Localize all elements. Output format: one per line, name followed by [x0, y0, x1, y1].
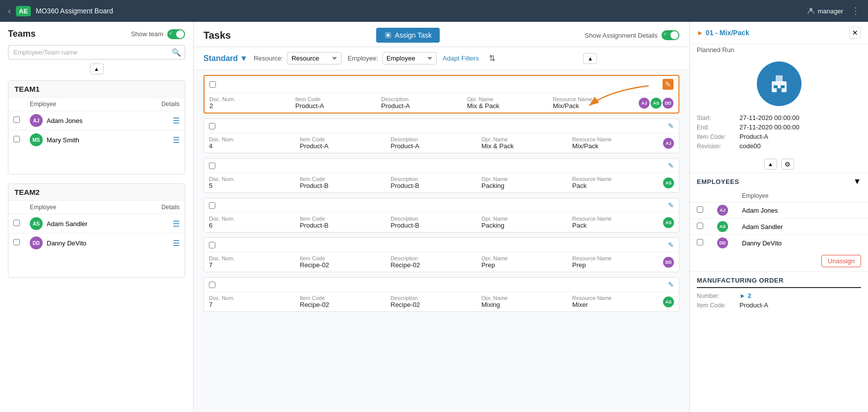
item-code-label: Item Code:: [697, 133, 736, 140]
svg-rect-4: [776, 75, 783, 82]
team2-table: Employee Details AS Adam Sandler ☰ DD: [8, 201, 185, 252]
task-edit-icon[interactable]: ✎: [668, 201, 674, 209]
assign-task-button[interactable]: Assign Task: [376, 28, 440, 43]
list-item: AJ Adam Jones: [690, 202, 868, 219]
task-checkbox[interactable]: [209, 81, 216, 88]
search-bar: 🔍: [8, 45, 185, 59]
member-checkbox[interactable]: [13, 220, 20, 226]
mfg-number-label: Number:: [697, 293, 736, 299]
mfg-item-value: Product-A: [739, 301, 768, 309]
list-item: AS Adam Sandler ☰: [8, 214, 185, 234]
team1-section: TEAM1 Employee Details AJ Adam Jones: [8, 80, 185, 175]
team1-col-employee: Employee: [25, 98, 135, 111]
grid-icon[interactable]: ⋮: [851, 5, 860, 16]
task-icon: [757, 61, 801, 106]
right-panel-close-button[interactable]: ✕: [849, 27, 861, 39]
task-checkbox[interactable]: [209, 163, 215, 169]
search-input[interactable]: [8, 45, 185, 59]
right-panel-title: ► 01 - Mix/Pack: [697, 29, 749, 37]
start-label: Start:: [697, 115, 736, 121]
center-top: Tasks Assign Task Show Assignment Detail…: [194, 22, 689, 47]
emp-checkbox[interactable]: [697, 206, 703, 213]
table-row: ✎ Doc. Num. 6 Item Code Product-B Descri…: [203, 198, 679, 233]
building-icon: [767, 71, 792, 96]
employees-header[interactable]: EMPLOYEES ▼: [690, 173, 868, 190]
list-item: DD Danny DeVito ☰: [8, 234, 185, 253]
tasks-scroll-area[interactable]: ✎ Doc. Num. 2 Item Code Product-A Descri…: [194, 70, 689, 412]
list-item: MS Mary Smith ☰: [8, 130, 185, 150]
task-checkbox[interactable]: [209, 282, 215, 288]
employee-name: Danny DeVito: [735, 235, 868, 251]
emp-checkbox[interactable]: [697, 223, 703, 229]
member-checkbox[interactable]: [13, 136, 20, 142]
table-row: ✎ Doc. Num. 7 Item Code Recipe-02 Descri…: [203, 277, 679, 312]
member-checkbox[interactable]: [13, 117, 20, 123]
user-info: manager: [807, 7, 843, 15]
list-item: DD Danny DeVito: [690, 235, 868, 251]
table-row: ✎ Doc. Num. 5 Item Code Product-B Descri…: [203, 158, 679, 193]
show-team-row: Show team: [131, 29, 185, 39]
team2-title: TEAM2: [8, 184, 185, 201]
task-edit-icon[interactable]: ✎: [668, 122, 674, 130]
standard-filter-button[interactable]: Standard ▼: [203, 54, 248, 63]
task-checkbox[interactable]: [209, 242, 215, 248]
mfg-number-value[interactable]: ► 2: [739, 292, 751, 299]
avatar: AS: [651, 98, 662, 109]
svg-rect-6: [781, 85, 785, 88]
show-assignment-label: Show Assignment Details: [585, 32, 658, 39]
mfg-item-label: Item Code:: [697, 302, 736, 309]
right-collapse-button[interactable]: ▲: [764, 159, 777, 170]
avatar: DD: [30, 236, 43, 249]
member-name: Danny DeVito: [47, 239, 86, 247]
back-button[interactable]: ‹: [8, 6, 11, 16]
show-assignment-toggle[interactable]: [662, 30, 679, 40]
teams-title: Teams: [8, 29, 36, 39]
collapse-left-button[interactable]: ▲: [90, 63, 104, 74]
details-icon[interactable]: ☰: [173, 220, 180, 228]
details-icon[interactable]: ☰: [173, 117, 180, 125]
task-edit-icon[interactable]: ✎: [668, 281, 674, 289]
member-name: Adam Sandler: [47, 220, 87, 228]
task-checkbox[interactable]: [209, 202, 215, 209]
collapse-center-button[interactable]: ▲: [583, 53, 597, 64]
employee-filter-select[interactable]: Employee: [382, 52, 437, 64]
task-checkbox[interactable]: [209, 123, 215, 129]
planned-run-label: Planned Run: [690, 44, 868, 54]
team2-col-employee: Employee: [25, 201, 137, 214]
resource-filter-label: Resource:: [254, 55, 283, 62]
app-title: MO360 Assigment Board: [36, 7, 113, 15]
emp-checkbox[interactable]: [697, 239, 703, 245]
adapt-filters-button[interactable]: Adapt Filters: [443, 55, 479, 62]
resource-filter-group: Resource: Resource: [254, 52, 341, 64]
member-name: Mary Smith: [47, 136, 79, 144]
left-panel: Teams Show team 🔍 ▲ TEAM1 Employee: [0, 22, 194, 412]
show-team-toggle[interactable]: [167, 29, 185, 39]
svg-point-0: [809, 8, 812, 11]
sort-icon[interactable]: ⇅: [489, 54, 495, 63]
details-icon[interactable]: ☰: [173, 136, 180, 144]
details-icon[interactable]: ☰: [173, 239, 180, 247]
member-checkbox[interactable]: [13, 239, 20, 245]
avatar: MS: [30, 133, 43, 146]
avatar: AJ: [663, 138, 674, 149]
task-edit-icon[interactable]: ✎: [668, 241, 674, 249]
unassign-button[interactable]: Unassign: [821, 255, 861, 267]
member-name: Adam Jones: [47, 117, 82, 124]
search-icon[interactable]: 🔍: [172, 48, 181, 57]
unassign-row: Unassign: [690, 251, 868, 271]
resource-filter-select[interactable]: Resource: [287, 52, 341, 64]
tasks-title: Tasks: [203, 30, 231, 41]
task-edit-icon[interactable]: ✎: [663, 79, 673, 90]
start-value: 27-11-2020 00:00:00: [739, 114, 800, 121]
collapse-left-btn-area: ▲: [8, 63, 185, 74]
avatar: AS: [30, 217, 43, 230]
task-edit-icon[interactable]: ✎: [668, 162, 674, 170]
avatar: AS: [663, 217, 674, 228]
settings-button[interactable]: ⚙: [781, 159, 794, 170]
employee-filter-label: Employee:: [347, 55, 378, 62]
right-collapse-row: ▲ ⚙: [690, 156, 868, 173]
employees-collapse-icon: ▼: [853, 177, 861, 186]
revision-value: code00: [739, 142, 761, 150]
detail-rows: Start: 27-11-2020 00:00:00 End: 27-11-20…: [690, 110, 868, 156]
employees-table: Employee AJ Adam Jones AS Adam Sandler D…: [690, 190, 868, 251]
